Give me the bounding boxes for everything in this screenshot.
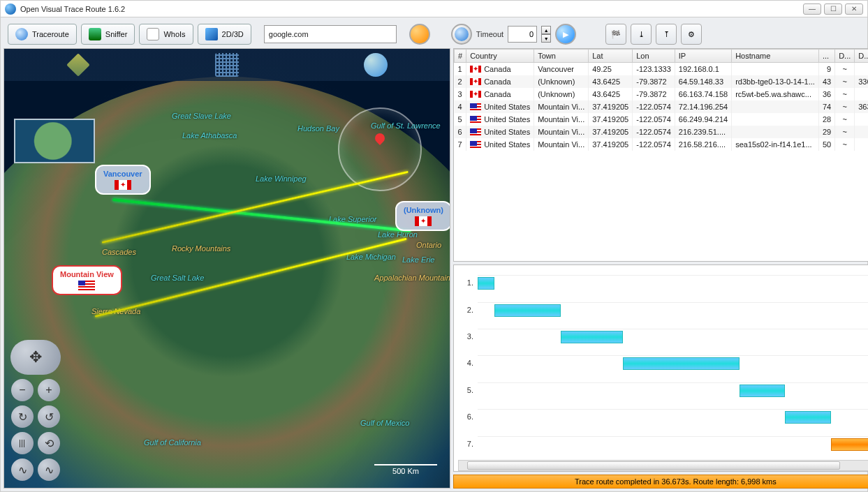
map-view[interactable]: Great Slave Lake Lake Athabasca Hudson B…: [3, 48, 450, 489]
gantt-row-label: 3.: [458, 332, 473, 341]
gantt-row: 2.: [458, 299, 868, 320]
host-input[interactable]: google.com: [264, 25, 397, 43]
gantt-row-label: 5.: [458, 386, 473, 394]
rotate-cw-button[interactable]: ↻: [11, 405, 34, 428]
maximize-button[interactable]: ☐: [824, 3, 842, 15]
sniffer-button[interactable]: Sniffer: [81, 24, 135, 45]
timeout-up-button[interactable]: ▲: [541, 26, 551, 34]
flag-us-icon: [470, 103, 481, 110]
col-ip[interactable]: IP: [675, 50, 731, 63]
gantt-row-label: 2.: [458, 306, 473, 314]
table-row[interactable]: 7United StatesMountain Vi...37.419205-12…: [455, 138, 869, 151]
pin-icon: [373, 131, 387, 145]
horizontal-scrollbar[interactable]: [458, 460, 868, 471]
col-d2[interactable]: D...: [855, 50, 868, 63]
flag-button[interactable]: 🏁: [605, 24, 626, 45]
cube-icon: [205, 28, 218, 40]
node-label: Vancouver: [103, 170, 142, 178]
import-button[interactable]: ⤒: [656, 24, 677, 45]
minimap[interactable]: [14, 119, 95, 163]
export-button[interactable]: ⤓: [631, 24, 652, 45]
run-button[interactable]: ▶: [555, 24, 576, 45]
pan-control[interactable]: ✥: [10, 340, 61, 375]
sniffer-icon: [89, 28, 101, 40]
flag-us-icon: [78, 281, 95, 290]
table-row[interactable]: 3Canada(Unknown)43.6425-79.387266.163.74…: [455, 88, 869, 100]
col-lon[interactable]: Lon: [633, 50, 675, 63]
zoom-in-button[interactable]: +: [38, 379, 60, 401]
geo-button[interactable]: [451, 24, 472, 45]
view-mode-button[interactable]: 2D/3D: [198, 24, 251, 45]
layers-icon[interactable]: [66, 53, 90, 77]
track-next-button[interactable]: ∿: [38, 459, 60, 481]
globe-icon: [455, 27, 469, 41]
rotate-ccw-button[interactable]: ↺: [38, 405, 60, 428]
table-row[interactable]: 6United StatesMountain Vi...37.419205-12…: [455, 126, 869, 138]
globe-icon: [15, 28, 28, 40]
timeout-down-button[interactable]: ▼: [541, 34, 551, 43]
col-town[interactable]: Town: [534, 50, 589, 63]
map-node-mountain-view[interactable]: Mountain View: [52, 265, 122, 295]
geo-label: Cascades: [102, 248, 136, 256]
gantt-bar[interactable]: [740, 385, 785, 397]
grid-icon[interactable]: [215, 53, 239, 77]
col-lat[interactable]: Lat: [589, 50, 633, 63]
reload-button[interactable]: [409, 24, 430, 45]
col-host[interactable]: Hostname: [732, 50, 819, 63]
geo-label: Ontario: [416, 241, 441, 249]
timeout-label: Timeout: [476, 30, 503, 38]
tilt-button[interactable]: ⫼: [11, 432, 34, 454]
geo-label: Gulf of California: [144, 438, 201, 447]
col-country[interactable]: Country: [466, 50, 534, 63]
gantt-row-label: 1.: [458, 278, 473, 287]
geo-label: Lake Erie: [402, 255, 434, 264]
table-row[interactable]: 1CanadaVancouver49.25-123.1333192.168.0.…: [455, 63, 869, 76]
app-icon: [5, 3, 16, 15]
gantt-bar[interactable]: [831, 438, 868, 451]
col-n[interactable]: #: [455, 50, 466, 63]
gantt-row-label: 4.: [458, 359, 473, 367]
geo-label: Lake Winnipeg: [256, 174, 307, 183]
track-prev-button[interactable]: ∿: [11, 459, 34, 481]
map-node-vancouver[interactable]: Vancouver: [95, 165, 151, 195]
gantt-bar[interactable]: [785, 411, 830, 424]
table-row[interactable]: 4United StatesMountain Vi...37.419205-12…: [455, 100, 869, 113]
window-title: Open Visual Trace Route 1.6.2: [20, 5, 803, 13]
flag-canada-icon: [415, 216, 432, 226]
gantt-bar[interactable]: [494, 304, 561, 317]
map-controls: ✥ − + ↻ ↺ ⫼ ⟲ ∿ ∿: [11, 340, 60, 481]
geo-label: Gulf of St. Lawrence: [371, 121, 441, 130]
map-node-unknown[interactable]: (Unknown): [395, 201, 450, 231]
geo-label: Gulf of Mexico: [360, 419, 409, 427]
zoom-out-button[interactable]: −: [11, 379, 34, 401]
flag-us-icon: [470, 128, 481, 135]
scrollbar-thumb[interactable]: [467, 461, 840, 470]
col-more[interactable]: ...: [818, 50, 834, 63]
timeout-input[interactable]: [508, 26, 537, 43]
geo-label: Hudson Bay: [297, 124, 339, 133]
gantt-bar[interactable]: [623, 357, 740, 370]
table-row[interactable]: 2Canada(Unknown)43.6425-79.387264.59.148…: [455, 75, 869, 88]
flag-us-icon: [470, 116, 481, 123]
col-d1[interactable]: D...: [835, 50, 855, 63]
flag-canada-icon: [470, 78, 481, 85]
flag-canada-icon: [470, 66, 481, 73]
table-row[interactable]: 5United StatesMountain Vi...37.419205-12…: [455, 113, 869, 126]
latency-chart: 1.2.3.4.5.6.7.: [453, 264, 868, 472]
traceroute-button[interactable]: Traceroute: [8, 24, 77, 45]
minimize-button[interactable]: —: [803, 3, 821, 15]
gantt-row: 7.: [458, 433, 868, 454]
close-button[interactable]: ✕: [845, 3, 863, 15]
flag-canada-icon: [470, 91, 481, 98]
geo-label: Rocky Mountains: [172, 244, 230, 253]
gantt-bar[interactable]: [561, 331, 623, 343]
flag-canada-icon: [115, 180, 131, 190]
gantt-row: 1.: [458, 272, 868, 293]
hops-table[interactable]: # Country Town Lat Lon IP Hostname ... D…: [453, 48, 868, 262]
gantt-bar[interactable]: [478, 277, 494, 290]
settings-button[interactable]: ⚙: [681, 24, 702, 45]
gantt-row-label: 7.: [458, 440, 473, 448]
reset-button[interactable]: ⟲: [38, 432, 60, 454]
whois-button[interactable]: WhoIs: [139, 24, 193, 45]
projection-icon[interactable]: [364, 53, 388, 77]
